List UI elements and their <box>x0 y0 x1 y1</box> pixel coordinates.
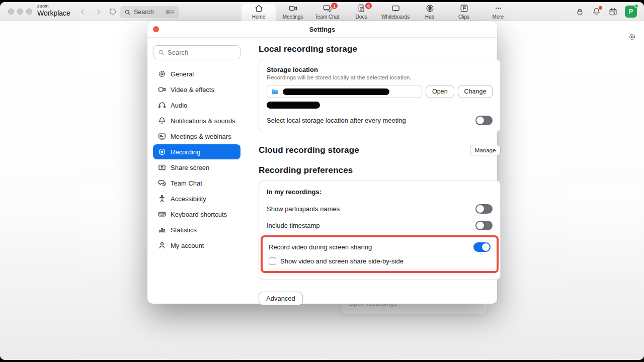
sidebar-item-audio[interactable]: Audio <box>153 98 240 113</box>
select-location-label: Select local storage location after ever… <box>267 117 406 124</box>
storage-location-title: Storage location <box>267 66 493 73</box>
sidebar-item-label: Accessibility <box>171 195 206 203</box>
open-button[interactable]: Open <box>426 85 454 98</box>
minimize-window-button[interactable] <box>17 9 23 15</box>
sidebar-item-label: Team Chat <box>171 179 202 187</box>
settings-main-pane: Local recording storage Storage location… <box>254 38 511 304</box>
tab-team-chat[interactable]: Team Chat 1 <box>310 2 344 21</box>
show-participants-names-toggle[interactable] <box>475 204 493 214</box>
record-video-screen-sharing-label: Record video during screen sharing <box>269 243 372 251</box>
sidebar-item-label: Share screen <box>171 164 209 171</box>
forward-button[interactable] <box>95 8 103 16</box>
connect-device-button[interactable] <box>575 7 585 17</box>
back-button[interactable] <box>78 8 87 16</box>
redacted-storage-info <box>267 102 320 109</box>
record-icon <box>158 148 166 156</box>
tab-home[interactable]: Home <box>242 4 276 21</box>
tab-docs[interactable]: Docs 6 <box>344 2 378 21</box>
tab-whiteboards[interactable]: Whiteboards <box>378 2 413 21</box>
sidebar-item-label: Statistics <box>171 226 197 234</box>
sidebar-item-video-effects[interactable]: Video & effects <box>153 82 240 97</box>
bell-icon <box>158 117 166 125</box>
side-by-side-checkbox[interactable] <box>269 257 276 265</box>
record-video-screen-sharing-row: Record video during screen sharing <box>269 239 491 254</box>
global-search-label: Search <box>134 9 154 16</box>
show-participants-names-label: Show participants names <box>267 205 340 213</box>
include-timestamp-toggle[interactable] <box>475 221 493 230</box>
advanced-button[interactable]: Advanced <box>259 292 303 305</box>
sidebar-item-my-account[interactable]: My account <box>153 238 240 253</box>
tab-more[interactable]: More <box>481 2 515 21</box>
clips-icon <box>459 4 469 13</box>
sidebar-item-label: My account <box>171 242 204 249</box>
avatar[interactable]: P <box>625 6 637 18</box>
select-location-toggle[interactable] <box>475 116 493 125</box>
calendar-button[interactable] <box>608 7 618 17</box>
sidebar-item-recording[interactable]: Recording <box>153 144 240 159</box>
in-my-recordings-label: In my recordings: <box>267 188 493 196</box>
dialog-title: Settings <box>309 26 335 33</box>
monitor-icon <box>158 132 166 140</box>
video-camera-icon <box>158 85 166 94</box>
manage-button[interactable]: Manage <box>470 145 501 155</box>
include-timestamp-row: Include timestamp <box>267 217 493 234</box>
sidebar-item-general[interactable]: General <box>153 66 240 81</box>
tab-label: Team Chat <box>315 14 339 20</box>
storage-path-field <box>267 85 422 98</box>
dialog-close-button[interactable] <box>153 26 159 32</box>
folder-icon <box>271 88 279 96</box>
zoom-window-button[interactable] <box>26 9 32 15</box>
settings-dialog: Settings General Video & effects <box>147 21 497 304</box>
storage-location-subtitle: Recordings will be stored locally at the… <box>267 74 493 80</box>
chat-bubbles-icon <box>158 179 166 187</box>
dialog-body: General Video & effects Audio Notificati… <box>147 38 497 304</box>
sidebar-item-statistics[interactable]: Statistics <box>153 222 240 237</box>
settings-search-input[interactable] <box>168 49 228 56</box>
storage-path-row: Open Change <box>267 85 493 98</box>
sidebar-item-meetings-webinars[interactable]: Meetings & webinars <box>153 129 240 144</box>
recording-preferences-card: In my recordings: Show participants name… <box>259 180 501 280</box>
tab-label: Hub <box>425 14 434 20</box>
sidebar-item-accessibility[interactable]: Accessibility <box>153 191 240 206</box>
storage-location-card: Storage location Recordings will be stor… <box>259 59 501 132</box>
headphones-icon <box>158 101 166 109</box>
search-icon <box>124 9 131 16</box>
record-video-screen-sharing-toggle[interactable] <box>473 242 491 252</box>
notifications-button[interactable] <box>592 7 601 17</box>
side-by-side-row: Show video and screen share side-by-side <box>269 254 491 267</box>
docs-badge: 6 <box>365 3 372 9</box>
tab-meetings[interactable]: Meetings <box>276 2 310 21</box>
tab-label: Docs <box>356 14 367 20</box>
tab-label: Home <box>252 14 266 20</box>
sidebar-item-label: Notifications & sounds <box>171 117 235 125</box>
main-tabs: Home Meetings Team Chat 1 Docs <box>242 2 515 21</box>
calendar-icon <box>608 7 618 17</box>
titlebar-right: P <box>575 2 637 21</box>
sidebar-item-notifications[interactable]: Notifications & sounds <box>153 113 240 128</box>
gear-icon <box>628 33 636 41</box>
sidebar-item-team-chat[interactable]: Team Chat <box>153 175 240 191</box>
tab-label: Whiteboards <box>381 14 410 20</box>
online-status-dot <box>634 4 638 8</box>
history-button[interactable] <box>109 8 117 16</box>
tab-clips[interactable]: Clips <box>447 2 481 21</box>
global-search[interactable]: Search ⌘F <box>120 6 179 18</box>
cloud-recording-row: Cloud recording storage Manage <box>259 145 501 155</box>
highlight-box: Record video during screen sharing Show … <box>261 235 499 273</box>
hub-icon <box>425 4 435 13</box>
sidebar-item-label: Audio <box>171 102 187 109</box>
close-window-button[interactable] <box>8 9 14 15</box>
person-icon <box>158 241 166 249</box>
sidebar-item-label: Keyboard shortcuts <box>171 211 227 218</box>
sidebar-item-share-screen[interactable]: Share screen <box>153 160 240 175</box>
settings-search[interactable] <box>153 45 240 59</box>
change-button[interactable]: Change <box>458 85 493 98</box>
tab-hub[interactable]: Hub <box>413 2 447 21</box>
app-logo: zoom Workplace <box>37 4 70 17</box>
sidebar-item-keyboard-shortcuts[interactable]: Keyboard shortcuts <box>153 207 240 222</box>
include-timestamp-label: Include timestamp <box>267 222 320 229</box>
app-logo-bottom: Workplace <box>37 10 70 17</box>
app-window: zoom Workplace Search ⌘F Home <box>0 2 644 360</box>
home-settings-button[interactable] <box>628 33 636 41</box>
redacted-storage-path <box>283 88 389 95</box>
